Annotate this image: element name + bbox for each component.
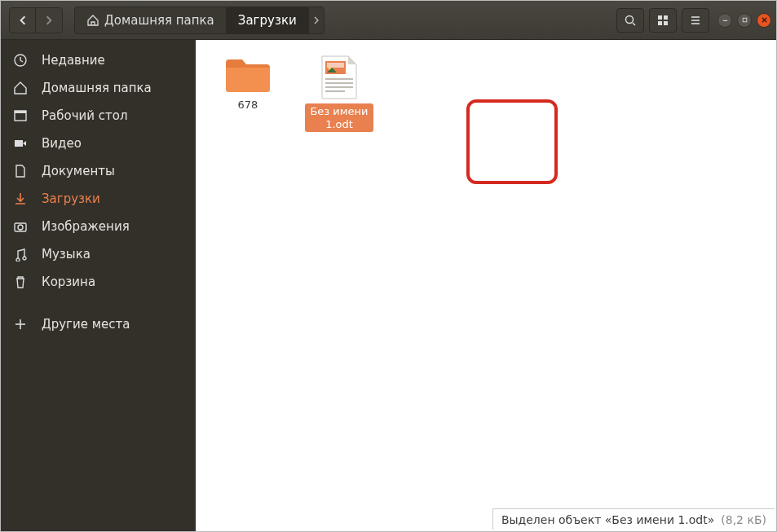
nav-forward-button[interactable]	[36, 8, 62, 33]
sidebar-item-other-places[interactable]: Другие места	[1, 310, 196, 338]
sidebar-item-desktop[interactable]: Рабочий стол	[1, 102, 196, 130]
sidebar-item-label: Недавние	[42, 53, 105, 68]
document-icon	[13, 164, 28, 178]
titlebar: Домашняя папка Загрузки	[1, 1, 776, 40]
download-icon	[13, 191, 28, 206]
svg-point-0	[626, 15, 634, 23]
sidebar-item-label: Рабочий стол	[42, 108, 128, 123]
video-icon	[13, 136, 28, 151]
close-icon	[761, 16, 768, 24]
chevron-right-icon	[313, 16, 320, 24]
path-segment-home[interactable]: Домашняя папка	[75, 7, 226, 33]
file-label: Без имени 1.odt	[305, 103, 373, 132]
nav-buttons	[9, 7, 63, 33]
path-current-label: Загрузки	[238, 13, 297, 28]
file-label: 678	[235, 97, 262, 113]
icon-grid: 678	[196, 40, 776, 147]
window-body: Недавние Домашняя папка Рабочий стол Вид…	[1, 40, 776, 531]
path-home-label: Домашняя папка	[104, 13, 214, 28]
path-overflow[interactable]	[309, 16, 324, 24]
status-text: Выделен объект «Без имени 1.odt»	[501, 513, 714, 526]
camera-icon	[13, 219, 28, 234]
svg-rect-10	[743, 18, 747, 22]
sidebar-item-label: Музыка	[42, 247, 91, 262]
sidebar-item-recent[interactable]: Недавние	[1, 46, 196, 74]
sidebar-item-label: Документы	[42, 164, 115, 178]
chevron-left-icon	[18, 15, 28, 25]
svg-rect-15	[15, 111, 26, 113]
desktop-icon	[13, 108, 28, 123]
chevron-right-icon	[44, 15, 54, 25]
clock-icon	[13, 53, 28, 68]
svg-rect-16	[15, 140, 23, 147]
hamburger-icon	[689, 14, 702, 27]
svg-point-18	[18, 225, 23, 230]
folder-item[interactable]: 678	[214, 55, 282, 113]
sidebar-item-label: Видео	[42, 136, 82, 151]
minimize-button[interactable]	[717, 13, 732, 28]
path-segment-current[interactable]: Загрузки	[226, 7, 309, 33]
content-pane[interactable]: 678	[196, 40, 776, 531]
status-bar: Выделен объект «Без имени 1.odt» (8,2 кБ…	[492, 508, 775, 530]
sidebar: Недавние Домашняя папка Рабочий стол Вид…	[1, 40, 196, 531]
home-icon	[86, 14, 99, 27]
svg-rect-5	[664, 21, 668, 25]
svg-rect-2	[658, 15, 662, 20]
svg-line-1	[633, 23, 635, 25]
sidebar-item-label: Другие места	[42, 317, 130, 332]
file-manager-window: Домашняя папка Загрузки	[0, 0, 777, 532]
sidebar-item-downloads[interactable]: Загрузки	[1, 185, 196, 213]
folder-icon	[224, 55, 272, 94]
status-size: (8,2 кБ)	[721, 513, 766, 526]
grid-icon	[656, 14, 669, 27]
sidebar-item-trash[interactable]: Корзина	[1, 268, 196, 296]
path-bar: Домашняя папка Загрузки	[74, 7, 324, 34]
view-grid-button[interactable]	[649, 8, 677, 33]
maximize-button[interactable]	[737, 13, 752, 28]
document-item[interactable]: Без имени 1.odt	[305, 55, 373, 132]
nav-back-button[interactable]	[10, 8, 36, 33]
plus-icon	[13, 317, 28, 332]
hamburger-menu-button[interactable]	[682, 8, 709, 33]
writer-document-icon	[320, 55, 358, 100]
sidebar-item-label: Корзина	[42, 275, 95, 289]
sidebar-item-documents[interactable]: Документы	[1, 157, 196, 185]
sidebar-item-videos[interactable]: Видео	[1, 130, 196, 157]
svg-rect-3	[664, 15, 668, 20]
window-controls	[717, 13, 771, 28]
sidebar-item-label: Загрузки	[42, 191, 100, 206]
sidebar-item-home[interactable]: Домашняя папка	[1, 74, 196, 102]
sidebar-item-music[interactable]: Музыка	[1, 240, 196, 268]
trash-icon	[13, 275, 28, 289]
svg-rect-4	[658, 21, 662, 25]
minimize-icon	[722, 16, 729, 24]
sidebar-item-label: Изображения	[42, 219, 130, 234]
close-button[interactable]	[757, 13, 771, 28]
maximize-icon	[741, 16, 748, 24]
home-icon	[13, 81, 28, 95]
search-icon	[624, 14, 637, 27]
sidebar-item-label: Домашняя папка	[42, 81, 152, 95]
music-icon	[13, 247, 28, 262]
search-button[interactable]	[616, 8, 644, 33]
sidebar-item-pictures[interactable]: Изображения	[1, 213, 196, 240]
